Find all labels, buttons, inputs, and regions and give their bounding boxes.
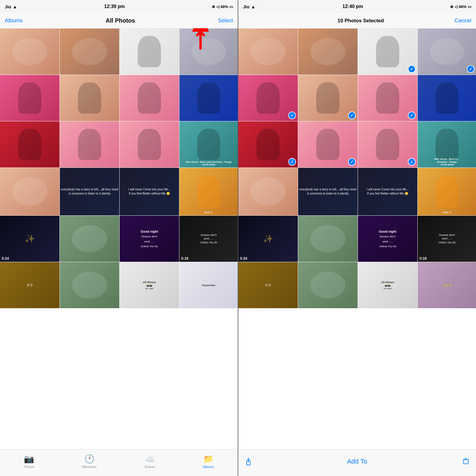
add-to-button[interactable]: Add To	[347, 458, 367, 465]
right-location-icon: ◁	[455, 4, 458, 9]
right-carrier: Jio	[243, 4, 250, 9]
photo-cell[interactable]	[120, 121, 179, 167]
photo-cell[interactable]	[418, 75, 476, 121]
photo-cell[interactable]: Good nightDreams don'twork .....Unless Y…	[358, 216, 417, 262]
photo-cell[interactable]	[238, 29, 298, 75]
share-button[interactable]	[244, 457, 253, 466]
tab-shared-label: Shared	[144, 465, 155, 469]
photo-cell[interactable]: Ritu Varma - Best Le...(Female) - Telugu…	[418, 121, 476, 167]
grid-row-5: ✨ 0:24 Good nightDreams don'twork .....U…	[0, 216, 238, 262]
tab-photos[interactable]: 📷 Photos	[24, 454, 34, 469]
photo-cell[interactable]	[60, 262, 119, 308]
right-battery-icon: ▭	[468, 4, 471, 9]
left-phone-screen: Jio ▲ 12:39 pm ⊕ ◁ 46% ▭ Albums All Phot…	[0, 0, 238, 476]
photo-cell[interactable]	[60, 121, 119, 167]
photo-cell-selected[interactable]: ✓	[358, 29, 417, 75]
photo-cell[interactable]: while 0:	[418, 168, 476, 215]
memories-icon: 🕐	[84, 454, 95, 464]
selection-check: ✓	[408, 65, 416, 73]
photo-cell[interactable]	[0, 75, 60, 121]
photo-cell[interactable]	[179, 75, 238, 121]
right-status-bar: Jio ▲ 12:40 pm ⊕ ◁ 46% ▭	[238, 0, 476, 13]
photo-cell[interactable]: ✨ 0:24	[0, 216, 60, 262]
photo-cell[interactable]: Favourites	[179, 262, 238, 308]
albums-icon: 📁	[203, 454, 214, 464]
photo-cell[interactable]: everybody has a story to tell... all the…	[298, 168, 358, 215]
left-status-right: ⊕ ◁ 46% ▭	[212, 4, 233, 9]
left-status-bar: Jio ▲ 12:39 pm ⊕ ◁ 46% ▭	[0, 0, 238, 13]
right-gps-icon: ⊕	[450, 4, 453, 9]
selection-check: ✓	[467, 65, 475, 73]
left-status-left: Jio ▲	[5, 4, 17, 9]
photo-cell-selected[interactable]: ✓	[358, 75, 417, 121]
selection-check: ✓	[288, 112, 296, 119]
photo-cell[interactable]: 🥃🥃	[0, 262, 60, 308]
photo-cell[interactable]	[0, 121, 60, 167]
video-duration: 0:18	[181, 256, 188, 261]
photo-cell-selected[interactable]: ✓	[358, 121, 417, 167]
tab-shared[interactable]: ☁️ Shared	[144, 454, 155, 469]
tab-memories-label: Memories	[82, 465, 96, 469]
tab-memories[interactable]: 🕐 Memories	[82, 454, 96, 469]
photo-cell[interactable]: 🥃🥃	[238, 262, 298, 308]
tab-albums[interactable]: 📁 Albums	[203, 454, 214, 469]
right-photo-grid: ✓ ✓ ✓ ✓	[238, 29, 476, 449]
photo-cell[interactable]	[179, 29, 238, 75]
grid-row-6: 🥃🥃 All Photos📸📸we ngal Favourites	[0, 262, 238, 308]
photo-cell[interactable]	[0, 29, 60, 75]
grid-row-6: 🥃🥃 All Photos📸📸we ngal 🖼️🖼️🖼️	[238, 262, 476, 308]
photo-cell[interactable]	[298, 262, 358, 308]
right-cancel-button[interactable]: Cancel	[455, 18, 471, 24]
selection-check: ✓	[348, 112, 356, 119]
selection-check: ✓	[408, 158, 416, 166]
photo-cell[interactable]: All Photos📸📸we ngal	[358, 262, 417, 308]
photo-cell[interactable]: Ritu Varma - Best Lead (Female) - Telugu…	[179, 121, 238, 167]
left-battery: 46%	[220, 4, 228, 9]
left-back-button[interactable]: Albums	[5, 18, 23, 24]
grid-row-2: ✓ ✓ ✓	[238, 75, 476, 121]
right-action-bar: Add To	[238, 449, 476, 476]
photo-cell[interactable]: I will never Come into your life...If yo…	[358, 168, 417, 215]
right-battery: 46%	[459, 4, 466, 9]
photo-cell[interactable]	[120, 75, 179, 121]
photo-cell[interactable]	[0, 168, 60, 215]
left-nav-title: All Photos	[106, 17, 135, 24]
photo-cell[interactable]: I will never Come into your life...If yo…	[120, 168, 179, 215]
photo-cell[interactable]: Dreams don'twork .....Unless You do 0:18	[418, 216, 476, 262]
delete-button[interactable]	[462, 457, 470, 466]
left-gps-icon: ⊕	[212, 4, 215, 9]
photo-cell[interactable]: ✨ 0:24	[238, 216, 298, 262]
photo-cell-selected[interactable]: ✓	[298, 75, 358, 121]
photo-cell[interactable]: All Photos📸📸we ngal	[120, 262, 179, 308]
left-select-button[interactable]: Select	[218, 18, 233, 24]
photo-cell[interactable]: everybody has a story to tell... all the…	[60, 168, 119, 215]
photo-cell[interactable]: while 0:	[179, 168, 238, 215]
left-time: 12:39 pm	[104, 4, 125, 9]
photo-cell[interactable]	[60, 216, 119, 262]
grid-row-4: everybody has a story to tell... all the…	[238, 168, 476, 215]
photo-cell[interactable]	[60, 29, 119, 75]
photo-cell-selected[interactable]: ✓	[238, 75, 298, 121]
left-battery-icon: ▭	[229, 4, 233, 9]
photo-cell[interactable]: 🖼️🖼️🖼️	[418, 262, 476, 308]
photo-cell-selected[interactable]: ✓	[298, 121, 358, 167]
photo-cell[interactable]	[238, 168, 298, 215]
photo-cell-selected[interactable]: ✓	[418, 29, 476, 75]
grid-row-4: everybody has a story to tell... all the…	[0, 168, 238, 215]
svg-rect-6	[464, 460, 468, 464]
photo-cell[interactable]	[298, 29, 358, 75]
grid-row-5: ✨ 0:24 Good nightDreams don'twork .....U…	[238, 216, 476, 262]
grid-row-1: ✓ ✓	[238, 29, 476, 75]
right-nav-bar: 10 Photos Selected Cancel	[238, 13, 476, 29]
grid-row-3: Ritu Varma - Best Lead (Female) - Telugu…	[0, 121, 238, 167]
grid-row-2	[0, 75, 238, 121]
right-phone-screen: Jio ▲ 12:40 pm ⊕ ◁ 46% ▭ 10 Photos Selec…	[238, 0, 476, 476]
photo-cell-selected[interactable]: ✓	[238, 121, 298, 167]
photo-cell[interactable]: Dreams don'twork .....Unless You do 0:18	[179, 216, 238, 262]
photo-cell[interactable]	[60, 75, 119, 121]
photo-cell[interactable]: Good nightDreams don'twork .....Unless Y…	[120, 216, 179, 262]
photo-cell[interactable]	[120, 29, 179, 75]
right-status-left: Jio ▲	[243, 4, 256, 9]
photo-cell[interactable]	[298, 216, 358, 262]
left-wifi-icon: ▲	[13, 4, 17, 9]
